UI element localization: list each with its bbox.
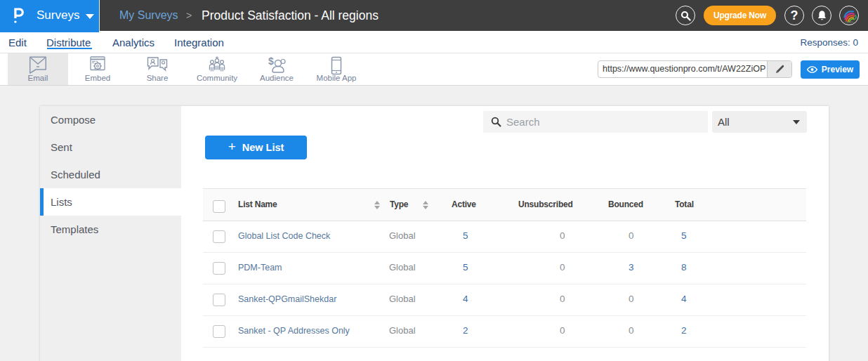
svg-text:$: $ (268, 56, 274, 67)
